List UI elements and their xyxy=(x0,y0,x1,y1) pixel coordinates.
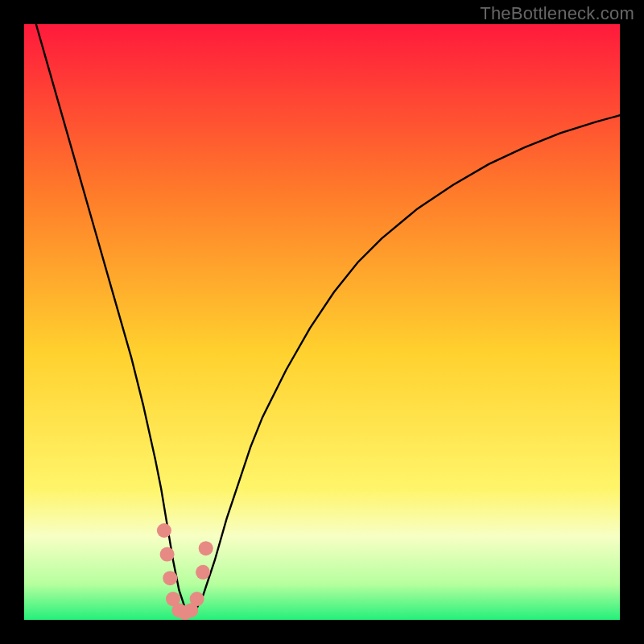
data-marker xyxy=(160,547,175,562)
data-marker xyxy=(157,523,171,538)
gradient-background xyxy=(24,24,620,620)
data-marker xyxy=(190,592,204,606)
data-marker xyxy=(196,565,210,580)
plot-area xyxy=(24,24,620,620)
chart-frame: TheBottleneck.com xyxy=(0,0,644,644)
watermark-text: TheBottleneck.com xyxy=(480,3,634,24)
bottleneck-chart xyxy=(24,24,620,620)
data-marker xyxy=(163,571,177,585)
data-marker xyxy=(199,541,213,555)
